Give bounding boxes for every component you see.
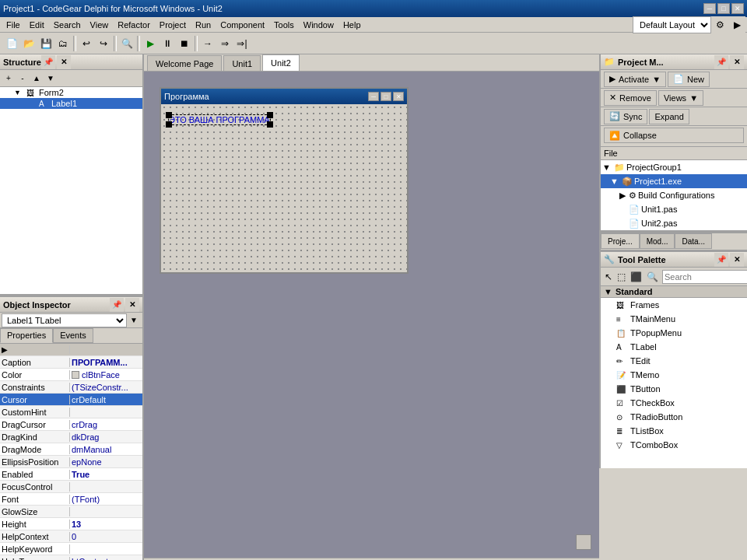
proj-close-btn[interactable]: ✕ [730, 55, 744, 69]
menu-tools[interactable]: Tools [269, 19, 299, 31]
step-btn[interactable]: → [199, 35, 216, 52]
views-button[interactable]: Views ▼ [658, 90, 703, 106]
structure-close-btn[interactable]: ✕ [57, 55, 71, 69]
form-content[interactable]: ЭТО ВАША ПРОГРАММА [161, 104, 407, 272]
prop-row-enabled[interactable]: Enabled True [0, 468, 142, 481]
expand-button[interactable]: Expand [649, 109, 689, 124]
collapse-button[interactable]: 🔼 Collapse [604, 128, 744, 143]
form-window[interactable]: Программа ─ □ ✕ ЭТО ВАША ПРОГРАММА [160, 87, 409, 274]
tab-properties[interactable]: Properties [0, 328, 53, 343]
prop-row-helpkeyword[interactable]: HelpKeyword [0, 543, 142, 555]
tool-item-tmainmenu[interactable]: ≡ TMainMenu [601, 312, 747, 326]
sync-button[interactable]: 🔄 Sync [604, 109, 647, 124]
tool-search-icon-btn[interactable]: 🔍 [646, 268, 659, 285]
save-btn[interactable]: 💾 [37, 35, 54, 52]
struct-add-btn[interactable]: + [2, 72, 16, 86]
resize-indicator[interactable] [576, 534, 591, 550]
open-btn[interactable]: 📂 [20, 35, 37, 52]
tree-item-form2[interactable]: ▼ 🖼 Form2 [0, 87, 142, 98]
prop-row-glowsize[interactable]: GlowSize [0, 506, 142, 518]
menu-project[interactable]: Project [155, 19, 191, 31]
resize-handle-bl[interactable] [166, 121, 172, 128]
resize-handle-br[interactable] [267, 121, 273, 128]
tab-data[interactable]: Data... [675, 233, 711, 249]
run-btn[interactable]: ▶ [142, 35, 159, 52]
maximize-button[interactable]: □ [717, 3, 730, 14]
tab-unit1[interactable]: Unit1 [223, 55, 261, 71]
minimize-button[interactable]: ─ [703, 3, 716, 14]
prop-row-ellipsis[interactable]: EllipsisPosition epNone [0, 456, 142, 468]
new-button[interactable]: 📄 New [668, 72, 710, 87]
obj-selector-combo[interactable]: Label1 TLabel [2, 313, 127, 327]
tool-palette-pin-btn[interactable]: 📌 [714, 253, 728, 267]
tool-category-standard[interactable]: ▼ Standard [601, 286, 747, 298]
menu-run[interactable]: Run [191, 19, 216, 31]
tool-item-tlistbox[interactable]: ≣ TListBox [601, 424, 747, 438]
pause-btn[interactable]: ⏸ [159, 35, 176, 52]
search-btn[interactable]: 🔍 [118, 35, 135, 52]
tool-item-frames[interactable]: 🖼 Frames [601, 298, 747, 312]
obj-pin-btn[interactable]: 📌 [110, 298, 124, 312]
tool-item-tcheckbox[interactable]: ☑ TCheckBox [601, 396, 747, 410]
tree-buildconfig[interactable]: ▶ ⚙ Build Configurations [601, 188, 747, 202]
new-btn[interactable]: 📄 [3, 35, 20, 52]
tool-item-tpopupmenu[interactable]: 📋 TPopupMenu [601, 326, 747, 340]
tool-mode-btn[interactable]: ⬛ [630, 268, 643, 285]
menu-view[interactable]: View [86, 19, 114, 31]
tool-select-btn[interactable]: ⬚ [616, 268, 626, 285]
prop-row-dragmode[interactable]: DragMode dmManual [0, 443, 142, 456]
tool-item-tbutton[interactable]: ⬛ TButton [601, 382, 747, 396]
tool-item-tmemo[interactable]: 📝 TMemo [601, 368, 747, 382]
prop-row-cursor[interactable]: Cursor crDefault [0, 394, 142, 406]
structure-pin-btn[interactable]: 📌 [41, 55, 55, 69]
tool-item-tedit[interactable]: ✏ TEdit [601, 354, 747, 368]
label-control[interactable]: ЭТО ВАША ПРОГРАММА [169, 115, 270, 124]
prop-row-height[interactable]: Height 13 [0, 518, 142, 530]
obj-close-btn[interactable]: ✕ [125, 298, 139, 312]
tab-unit2[interactable]: Unit2 [262, 54, 300, 71]
undo-btn[interactable]: ↩ [78, 35, 95, 52]
prop-row-color[interactable]: Color clBtnFace [0, 369, 142, 381]
prop-row-helptype[interactable]: HelpType htContext [0, 555, 142, 560]
tab-project[interactable]: Proje... [601, 233, 640, 249]
toolbar-btn-2[interactable]: ▶ [728, 16, 745, 33]
proj-pin-btn[interactable]: 📌 [714, 55, 728, 69]
tab-welcome[interactable]: Welcome Page [147, 55, 222, 71]
menu-component[interactable]: Component [216, 19, 269, 31]
save-all-btn[interactable]: 🗂 [54, 35, 72, 52]
menu-edit[interactable]: Edit [25, 19, 49, 31]
stop-btn[interactable]: ⏹ [176, 35, 193, 52]
activate-button[interactable]: ▶ Activate ▼ [604, 72, 666, 87]
tool-item-tcombobox[interactable]: ▽ TComboBox [601, 438, 747, 452]
tab-model[interactable]: Mod... [640, 233, 675, 249]
struct-del-btn[interactable]: - [16, 72, 30, 86]
menu-refactor[interactable]: Refactor [113, 19, 155, 31]
menu-window[interactable]: Window [299, 19, 338, 31]
form-maximize-btn[interactable]: □ [381, 92, 391, 101]
step3-btn[interactable]: ⇒| [233, 35, 251, 52]
tree-projectgroup[interactable]: ▼ 📁 ProjectGroup1 [601, 160, 747, 174]
close-button[interactable]: ✕ [731, 3, 744, 14]
layout-dropdown[interactable]: Default Layout [633, 16, 711, 33]
tab-events[interactable]: Events [53, 328, 93, 343]
obj-selector-btn[interactable]: ▼ [127, 313, 141, 327]
step2-btn[interactable]: ⇒ [216, 35, 233, 52]
prop-row-caption[interactable]: Caption ПРОГРАММ... [0, 356, 142, 369]
prop-row-font[interactable]: Font (TFont) [0, 493, 142, 506]
tree-project1exe[interactable]: ▼ 📦 Project1.exe [601, 174, 747, 188]
tool-palette-close-btn[interactable]: ✕ [730, 253, 744, 267]
prop-row-dragkind[interactable]: DragKind dkDrag [0, 431, 142, 443]
remove-button[interactable]: ✕ Remove [604, 90, 657, 106]
tool-item-tradiobutton[interactable]: ⊙ TRadioButton [601, 410, 747, 424]
tree-unit1pas[interactable]: 📄 Unit1.pas [601, 202, 747, 216]
resize-handle-tl[interactable] [166, 112, 172, 118]
prop-row-constraints[interactable]: Constraints (TSizeConstr... [0, 381, 142, 394]
toolbar-btn-1[interactable]: ⚙ [711, 16, 728, 33]
prop-row-helpcontext[interactable]: HelpContext 0 [0, 530, 142, 543]
tree-item-label1[interactable]: A Label1 [0, 98, 142, 109]
menu-help[interactable]: Help [338, 19, 366, 31]
prop-row-customhint[interactable]: CustomHint [0, 406, 142, 418]
prop-row-focusctrl[interactable]: FocusControl [0, 481, 142, 493]
redo-btn[interactable]: ↪ [95, 35, 112, 52]
tool-search-input[interactable] [662, 270, 747, 284]
